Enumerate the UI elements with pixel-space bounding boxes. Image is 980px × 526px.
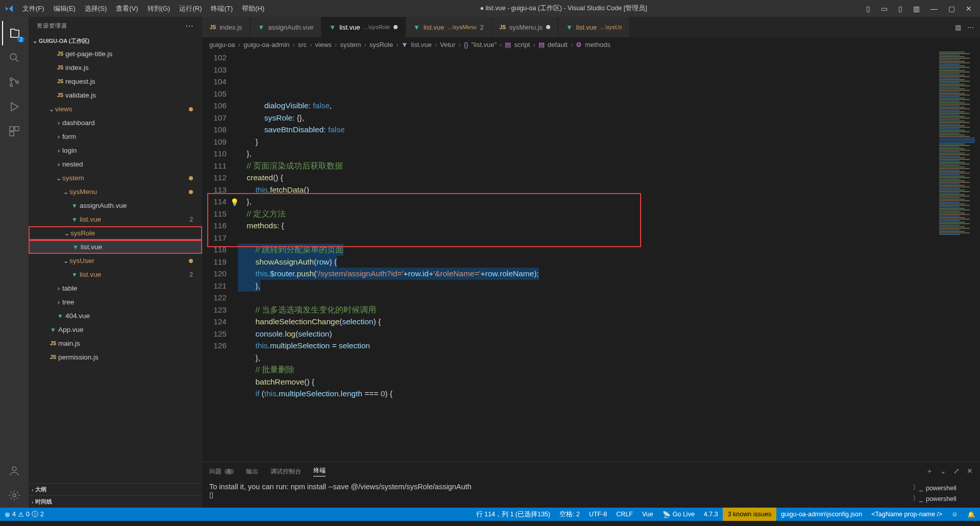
layout-customize-icon[interactable]: ▥ — [909, 5, 924, 13]
outline-section[interactable]: › 大纲 — [29, 483, 202, 495]
file-item[interactable]: ▼list.vue2 — [29, 212, 202, 226]
editor-tab[interactable]: JSsysMenu.js — [492, 17, 558, 37]
folder-item[interactable]: ›table — [29, 281, 202, 295]
folder-item[interactable]: ⌄sysMenu — [29, 185, 202, 199]
file-item[interactable]: ▼assignAuth.vue — [29, 199, 202, 212]
folder-item[interactable]: ⌄sysUser — [29, 254, 202, 268]
tab-debug-console[interactable]: 调试控制台 — [271, 467, 301, 476]
terminal-icon: 〉_ — [913, 484, 923, 492]
terminal-instance[interactable]: 〉_powershell — [913, 483, 976, 493]
minimap[interactable] — [934, 52, 980, 462]
file-item[interactable]: JSindex.js — [29, 61, 202, 75]
folder-item[interactable]: ›dashboard — [29, 116, 202, 130]
workspace-header[interactable]: ⌄ GUIGU-OA (工作区) — [29, 35, 202, 47]
maximize-button[interactable]: ▢ — [944, 5, 959, 13]
folder-item[interactable]: ›form — [29, 130, 202, 144]
file-item[interactable]: ▼list.vue — [29, 240, 202, 254]
breadcrumb-item[interactable]: guigu-oa — [209, 41, 235, 49]
account-icon[interactable] — [2, 459, 27, 483]
workspace-name: GUIGU-OA (工作区) — [39, 37, 89, 45]
status-version[interactable]: 4.7.3 — [699, 511, 723, 518]
breadcrumb-item[interactable]: methods — [585, 41, 610, 49]
editor-tab[interactable]: JSindex.js — [202, 17, 250, 37]
terminal-output[interactable]: To install it, you can run: npm install … — [202, 481, 909, 508]
close-button[interactable]: ✕ — [962, 5, 976, 13]
timeline-section[interactable]: › 时间线 — [29, 495, 202, 508]
tab-more-icon[interactable]: ⋯ — [967, 23, 974, 31]
breadcrumb-item[interactable]: "list.vue" — [471, 41, 497, 49]
breadcrumb-item[interactable]: default — [548, 41, 568, 49]
settings-icon[interactable] — [2, 483, 27, 508]
layout-toggle-left-icon[interactable]: ▯ — [862, 5, 874, 13]
breadcrumb[interactable]: guigu-oa›guigu-oa-admin›src›views›system… — [202, 37, 980, 52]
menu-item[interactable]: 查看(V) — [111, 4, 142, 13]
breadcrumb-item[interactable]: script — [514, 41, 530, 49]
menu-item[interactable]: 帮助(H) — [237, 4, 269, 13]
terminal-dropdown-icon[interactable]: ⌄ — [940, 467, 946, 476]
file-item[interactable]: ▼App.vue — [29, 323, 202, 337]
folder-item[interactable]: ⌄system — [29, 171, 202, 185]
menu-item[interactable]: 选择(S) — [80, 4, 111, 13]
run-debug-icon[interactable] — [2, 94, 27, 119]
file-item[interactable]: ▼list.vue2 — [29, 268, 202, 281]
split-editor-icon[interactable]: ▥ — [955, 23, 961, 31]
file-item[interactable]: JSvalidate.js — [29, 88, 202, 102]
folder-item[interactable]: ›login — [29, 144, 202, 157]
tab-output[interactable]: 输出 — [246, 467, 258, 476]
status-feedback-icon[interactable]: ☺ — [947, 511, 963, 518]
status-spaces[interactable]: 空格: 2 — [555, 510, 584, 519]
status-tagname[interactable]: <TagName prop-name /> — [867, 511, 947, 518]
status-eol[interactable]: CRLF — [611, 511, 638, 518]
status-encoding[interactable]: UTF-8 — [584, 511, 611, 518]
maximize-panel-icon[interactable]: ⤢ — [953, 467, 960, 476]
editor-tab[interactable]: ▼assignAuth.vue — [250, 17, 322, 37]
file-item[interactable]: ▼404.vue — [29, 309, 202, 323]
code-area[interactable]: 1021031041051061071081091101111121131141… — [202, 52, 980, 462]
close-panel-icon[interactable]: ✕ — [967, 467, 973, 476]
breadcrumb-item[interactable]: views — [315, 41, 332, 49]
breadcrumb-item[interactable]: sysRole — [370, 41, 393, 49]
tab-terminal[interactable]: 终端 — [313, 466, 326, 476]
menu-item[interactable]: 转到(G) — [143, 4, 175, 13]
status-known-issues[interactable]: 3 known issues — [723, 508, 776, 521]
explorer-icon[interactable]: 2 — [2, 21, 27, 45]
breadcrumb-item[interactable]: system — [340, 41, 361, 49]
extensions-icon[interactable] — [2, 119, 27, 144]
search-icon[interactable] — [2, 45, 27, 70]
menu-item[interactable]: 终端(T) — [206, 4, 237, 13]
minimize-button[interactable]: — — [926, 5, 942, 13]
breadcrumb-item[interactable]: guigu-oa-admin — [243, 41, 289, 49]
layout-toggle-right-icon[interactable]: ▯ — [894, 5, 906, 13]
folder-item[interactable]: ›nested — [29, 157, 202, 171]
terminal-instance[interactable]: 〉_powershell — [913, 493, 976, 504]
status-cursor[interactable]: 行 114，列 1 (已选择135) — [472, 510, 555, 519]
folder-item[interactable]: ⌄views — [29, 102, 202, 116]
breadcrumb-item[interactable]: src — [298, 41, 307, 49]
status-language[interactable]: Vue — [638, 511, 658, 518]
breadcrumb-item[interactable]: Vetur — [440, 41, 455, 49]
editor-tab[interactable]: ▼list.vue...\sysMenu2 — [406, 17, 492, 37]
lightbulb-icon[interactable]: 💡 — [230, 197, 239, 209]
status-bell-icon[interactable]: 🔔 — [963, 511, 980, 518]
status-errors[interactable]: ⊗4 ⚠0 ⓘ2 — [0, 510, 48, 519]
file-item[interactable]: JSget-page-title.js — [29, 47, 202, 61]
status-golive[interactable]: 📡 Go Live — [658, 511, 699, 518]
menu-item[interactable]: 编辑(E) — [49, 4, 80, 13]
file-item[interactable]: JSrequest.js — [29, 75, 202, 88]
folder-item[interactable]: ⌄sysRole — [29, 226, 202, 240]
breadcrumb-item[interactable]: list.vue — [411, 41, 431, 49]
sidebar-more-icon[interactable]: ⋯ — [185, 21, 194, 31]
tab-problems[interactable]: 问题6 — [209, 467, 234, 476]
file-item[interactable]: JSpermission.js — [29, 350, 202, 364]
editor-tab[interactable]: ▼list.vue...\sysRole — [322, 17, 406, 37]
new-terminal-icon[interactable]: ＋ — [926, 467, 933, 476]
editor-tab[interactable]: ▼list.vue...\sysUs — [558, 17, 630, 37]
menu-item[interactable]: 运行(R) — [175, 4, 206, 13]
source-control-icon[interactable] — [2, 70, 27, 94]
folder-item[interactable]: ›tree — [29, 295, 202, 309]
code-content[interactable]: 💡 dialogVisible: false, sysRole: {}, sav… — [238, 52, 934, 462]
menu-item[interactable]: 文件(F) — [18, 4, 49, 13]
status-jsconfig[interactable]: guigu-oa-admin\jsconfig.json — [776, 511, 867, 518]
file-item[interactable]: JSmain.js — [29, 337, 202, 350]
layout-toggle-bottom-icon[interactable]: ▭ — [877, 5, 892, 13]
